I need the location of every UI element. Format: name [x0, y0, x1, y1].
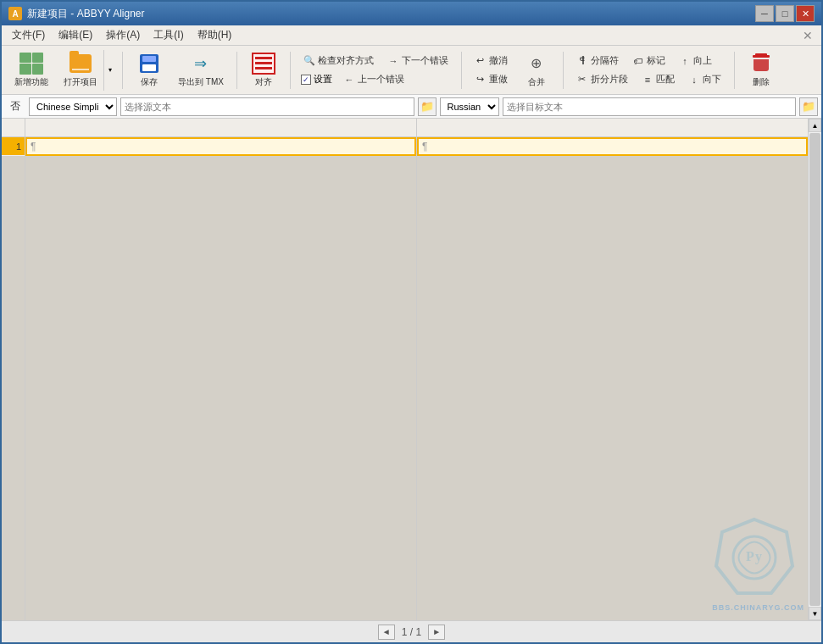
undo-label: 撤消 — [489, 54, 508, 67]
no-label: 否 — [5, 99, 25, 114]
align-button-label: 对齐 — [255, 76, 272, 88]
target-header — [417, 119, 808, 137]
up-icon: ↑ — [679, 55, 691, 67]
down-button[interactable]: ↓ 向下 — [682, 71, 727, 88]
scroll-up-arrow[interactable]: ▲ — [809, 119, 821, 132]
watermark-text: BBS.CHINARYG.COM — [712, 603, 804, 612]
redo-button[interactable]: ↪ 重做 — [469, 71, 514, 88]
match-button[interactable]: ≡ 匹配 — [636, 71, 681, 88]
undo-redo-group: ↩ 撤消 ↪ 重做 — [469, 53, 514, 88]
row-num-header — [2, 119, 25, 137]
new-button-label: 新增功能 — [14, 76, 48, 88]
redo-icon: ↪ — [475, 74, 487, 86]
window-title: 新建项目 - ABBYY Aligner — [27, 7, 755, 21]
mark-icon: 🏷 — [632, 55, 644, 67]
next-error-label: 下一个错误 — [402, 54, 448, 67]
lang-bar: 否 Chinese Simpli 📁 Russian 📁 — [2, 95, 821, 119]
menu-actions[interactable]: 操作(A) — [99, 26, 147, 44]
merge-button-label: 合并 — [528, 76, 545, 88]
split-seg-button[interactable]: ✂ 折分片段 — [570, 71, 634, 88]
source-panel: ¶ — [25, 119, 417, 620]
export-button-label: 导出到 TMX — [178, 76, 224, 88]
next-error-button[interactable]: → 下一个错误 — [381, 53, 454, 69]
next-page-button[interactable]: ► — [428, 625, 445, 640]
target-folder-button[interactable]: 📁 — [799, 97, 818, 116]
match-icon: ≡ — [642, 74, 653, 86]
export-button[interactable]: ⇒ 导出到 TMX — [172, 50, 230, 91]
vertical-scrollbar[interactable]: ▲ ▼ — [808, 119, 821, 620]
settings-checkbox[interactable] — [301, 75, 311, 85]
separator-1 — [122, 52, 123, 89]
maximize-button[interactable]: □ — [776, 5, 794, 22]
undo-button[interactable]: ↩ 撤消 — [469, 53, 514, 69]
search-icon: 🔍 — [303, 55, 315, 67]
split-seg-label: 折分片段 — [591, 73, 628, 86]
separator-5 — [563, 52, 564, 89]
check-settings-group: 🔍 检查对齐方式 → 下一个错误 设置 ← 上一个错误 — [298, 53, 454, 88]
menu-file[interactable]: 文件(F) — [5, 26, 52, 44]
data-grid: 1 ¶ ¶ ▲ ▼ — [2, 119, 821, 620]
check-mode-button[interactable]: 🔍 检查对齐方式 — [298, 53, 380, 69]
row-num-1: 1 — [2, 137, 25, 156]
menu-edit[interactable]: 编辑(E) — [52, 26, 99, 44]
mark-label: 标记 — [647, 54, 665, 67]
split-sym-button[interactable]: ⸿ 分隔符 — [570, 53, 625, 69]
menu-tools[interactable]: 工具(I) — [147, 26, 190, 44]
prev-error-label: 上一个错误 — [358, 73, 404, 86]
split-sym-icon: ⸿ — [576, 55, 588, 67]
up-button[interactable]: ↑ 向上 — [673, 53, 718, 69]
split-sym-label: 分隔符 — [591, 54, 619, 67]
delete-button-label: 删除 — [753, 76, 770, 88]
down-icon: ↓ — [688, 74, 700, 86]
app-icon: A — [8, 7, 22, 20]
close-button[interactable]: ✕ — [796, 5, 815, 22]
target-cell-1[interactable]: ¶ — [417, 137, 808, 156]
down-label: 向下 — [703, 73, 721, 86]
merge-button[interactable]: ⊕ 合并 — [517, 50, 556, 91]
scroll-thumb[interactable] — [809, 133, 820, 606]
mark-button[interactable]: 🏷 标记 — [626, 53, 671, 69]
app-window: A 新建项目 - ABBYY Aligner ─ □ ✕ 文件(F) 编辑(E)… — [0, 0, 823, 644]
save-button[interactable]: 保存 — [130, 50, 169, 91]
prev-page-button[interactable]: ◄ — [378, 625, 395, 640]
source-folder-button[interactable]: 📁 — [418, 97, 437, 116]
status-bar: ◄ 1 / 1 ► — [2, 620, 821, 642]
prev-error-icon: ← — [343, 74, 355, 86]
up-label: 向上 — [693, 54, 712, 67]
scroll-down-arrow[interactable]: ▼ — [809, 607, 821, 620]
match-label: 匹配 — [656, 73, 675, 86]
source-text-input[interactable] — [120, 97, 414, 116]
delete-button[interactable]: 删除 — [742, 50, 781, 91]
open-dropdown-arrow[interactable]: ▾ — [103, 50, 115, 91]
separator-6 — [734, 52, 735, 89]
align-button[interactable]: 对齐 — [244, 50, 283, 91]
menu-close-icon[interactable]: ✕ — [798, 27, 818, 44]
target-text-input[interactable] — [503, 97, 797, 116]
prev-error-button[interactable]: ← 上一个错误 — [337, 71, 410, 88]
menu-help[interactable]: 帮助(H) — [191, 26, 239, 44]
next-error-icon: → — [387, 55, 399, 67]
menu-bar: 文件(F) 编辑(E) 操作(A) 工具(I) 帮助(H) ✕ — [2, 25, 821, 46]
minimize-button[interactable]: ─ — [755, 5, 774, 22]
separator-2 — [236, 52, 237, 89]
settings-label: 设置 — [314, 73, 332, 86]
split-seg-icon: ✂ — [576, 74, 588, 86]
toolbar: 新增功能 打开项目 ▾ — [2, 46, 821, 95]
svg-text:Py: Py — [746, 549, 763, 564]
source-cell-1[interactable]: ¶ — [25, 137, 416, 156]
split-mark-group: ⸿ 分隔符 🏷 标记 ↑ 向上 ✂ 折分片段 ≡ — [570, 53, 727, 88]
target-lang-select[interactable]: Russian — [440, 97, 499, 116]
open-button-label: 打开项目 — [64, 76, 97, 88]
new-button[interactable]: 新增功能 — [8, 50, 54, 91]
watermark: Py BBS.CHINARYG.COM — [712, 515, 804, 612]
separator-4 — [461, 52, 462, 89]
target-cell-1-content: ¶ — [422, 141, 427, 153]
page-info: 1 / 1 — [402, 626, 421, 638]
source-lang-select[interactable]: Chinese Simpli — [29, 97, 117, 116]
redo-label: 重做 — [489, 73, 508, 86]
source-cell-1-content: ¶ — [31, 141, 36, 153]
check-mode-label: 检查对齐方式 — [318, 54, 374, 67]
window-controls: ─ □ ✕ — [755, 5, 815, 22]
open-button[interactable]: 打开项目 — [58, 50, 103, 91]
separator-3 — [290, 52, 291, 89]
